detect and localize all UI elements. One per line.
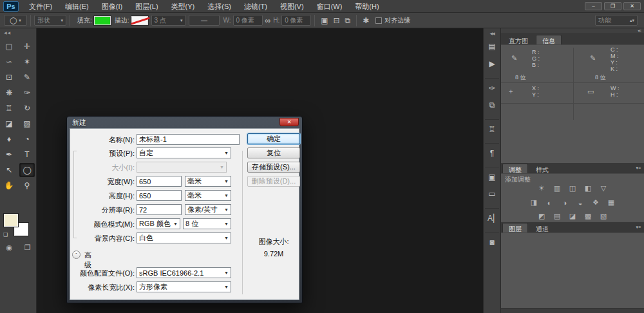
background-contents-select[interactable]: 白色 ▼: [137, 232, 231, 243]
panel-tab[interactable]: 直方图: [502, 35, 535, 44]
blur-tool[interactable]: ♦: [1, 132, 17, 146]
panel-tab[interactable]: 调整: [502, 164, 528, 173]
menu-item[interactable]: 帮助(H): [348, 0, 385, 13]
stroke-type-select[interactable]: —: [189, 15, 220, 26]
ellipse-shape-tool[interactable]: ◯: [19, 163, 35, 177]
pixel-aspect-ratio-select[interactable]: 方形像素 ▼: [137, 281, 231, 292]
menu-item[interactable]: 类型(Y): [165, 0, 202, 13]
hue-saturation-adjustment-icon[interactable]: ◨: [529, 198, 540, 207]
color-mode-select[interactable]: RGB 颜色 ▼: [137, 218, 180, 229]
character-panel-icon[interactable]: A⎢: [485, 208, 499, 225]
panel-header-menu-icon[interactable]: ▾≡: [501, 28, 644, 34]
tool-presets-panel-icon[interactable]: ♖: [485, 119, 499, 136]
default-colors-icon[interactable]: ❏: [3, 232, 8, 238]
curves-adjustment-icon[interactable]: ◫: [567, 184, 578, 193]
tool-mode-select[interactable]: 形状 ▾: [34, 15, 66, 26]
brush-tool[interactable]: ✑: [19, 86, 35, 100]
paragraph-panel-icon[interactable]: ¶: [485, 143, 499, 160]
invert-adjustment-icon[interactable]: ◩: [536, 211, 547, 221]
stroke-color-swatch[interactable]: [131, 16, 148, 25]
panel-tab[interactable]: 样式: [529, 164, 555, 173]
foreground-color-swatch[interactable]: [4, 214, 18, 227]
eraser-tool[interactable]: ◪: [1, 117, 17, 131]
menu-item[interactable]: 编辑(E): [59, 0, 95, 13]
shape-height-input[interactable]: 0 像素: [281, 15, 311, 26]
fill-color-swatch[interactable]: [94, 16, 111, 25]
healing-brush-tool[interactable]: ❋: [1, 86, 17, 100]
shape-width-input[interactable]: 0 像素: [233, 15, 263, 26]
preset-select[interactable]: 自定 ▼: [137, 147, 231, 158]
height-unit-select[interactable]: 毫米 ▼: [185, 190, 231, 201]
magic-wand-tool[interactable]: ✶: [19, 55, 35, 69]
zoom-tool[interactable]: ⚲: [19, 178, 35, 193]
menu-item[interactable]: 图层(L): [129, 0, 164, 13]
panel-menu-icon[interactable]: ▾≡: [636, 166, 641, 171]
vibrance-adjustment-icon[interactable]: ▽: [598, 184, 609, 193]
eyedropper-icon[interactable]: ✎: [590, 54, 596, 62]
threshold-adjustment-icon[interactable]: ◪: [567, 211, 578, 221]
panel-menu-icon[interactable]: ▾≡: [636, 225, 641, 230]
eyedropper-tool[interactable]: ✎: [19, 70, 35, 84]
gear-icon[interactable]: ✱: [363, 16, 369, 25]
width-unit-select[interactable]: 毫米 ▼: [185, 176, 231, 187]
brush-panel-icon[interactable]: ✑: [485, 78, 499, 95]
clone-source-panel-icon[interactable]: ⧉: [485, 98, 499, 112]
dock-collapse-icon[interactable]: ◀◀: [484, 28, 500, 35]
close-button[interactable]: ✕: [623, 2, 641, 10]
menu-item[interactable]: 选择(S): [201, 0, 238, 13]
lasso-tool[interactable]: ∽: [1, 55, 17, 69]
rectangular-marquee-tool[interactable]: ▢: [1, 39, 17, 53]
history-panel-icon[interactable]: ▤: [485, 39, 499, 53]
photo-filter-adjustment-icon[interactable]: ◒: [575, 198, 586, 207]
notes-panel-icon[interactable]: ▭: [485, 187, 499, 201]
history-brush-tool[interactable]: ↻: [19, 101, 35, 115]
clone-stamp-tool[interactable]: ♖: [1, 101, 17, 115]
workspace-switcher[interactable]: 功能 ▴▾: [595, 15, 638, 26]
gradient-tool[interactable]: ▨: [19, 117, 35, 131]
toolbox-collapse-icon[interactable]: ◀◀: [0, 28, 36, 37]
panel-tab[interactable]: 通道: [529, 223, 555, 232]
resolution-unit-select[interactable]: 像素/英寸 ▼: [185, 204, 231, 215]
tool-preset-picker[interactable]: ◯ ▾: [4, 15, 27, 26]
path-selection-tool[interactable]: ↖: [1, 163, 17, 177]
move-tool[interactable]: ✛: [19, 39, 35, 53]
path-alignment-icon[interactable]: ⊟: [334, 16, 340, 25]
crop-tool[interactable]: ⊡: [1, 70, 17, 84]
minimize-button[interactable]: –: [585, 2, 602, 10]
dialog-close-button[interactable]: ✕: [279, 118, 299, 126]
actions-panel-icon[interactable]: ▶: [485, 57, 499, 71]
posterize-adjustment-icon[interactable]: ▤: [552, 211, 563, 221]
selective-color-adjustment-icon[interactable]: ▧: [598, 211, 609, 221]
save-preset-button[interactable]: 存储预设(S)...: [247, 162, 300, 173]
menu-item[interactable]: 滤镜(T): [238, 0, 274, 13]
menu-item[interactable]: 图像(I): [95, 0, 129, 13]
channel-mixer-adjustment-icon[interactable]: ❖: [591, 198, 601, 207]
align-edges-checkbox[interactable]: [375, 17, 382, 24]
panel-tab[interactable]: 信息: [536, 35, 562, 44]
bit-depth-select[interactable]: 8 位 ▼: [183, 218, 231, 229]
color-lookup-adjustment-icon[interactable]: ▦: [606, 198, 617, 207]
menu-item[interactable]: 窗口(W): [310, 0, 349, 13]
advanced-collapse-button[interactable]: ˆ: [72, 251, 80, 259]
color-balance-adjustment-icon[interactable]: ◐: [544, 198, 555, 207]
height-input[interactable]: [137, 190, 182, 201]
quick-mask-icon[interactable]: ◉: [6, 243, 12, 252]
levels-adjustment-icon[interactable]: ▥: [552, 184, 563, 193]
black-white-adjustment-icon[interactable]: ◑: [560, 198, 571, 207]
resolution-input[interactable]: [137, 204, 182, 215]
path-operations-icon[interactable]: ▣: [321, 16, 328, 25]
gradient-map-adjustment-icon[interactable]: ▩: [583, 211, 594, 221]
type-tool[interactable]: T: [19, 147, 35, 162]
color-profile-select[interactable]: sRGB IEC61966-2.1 ▼: [137, 267, 231, 278]
width-input[interactable]: [137, 176, 182, 187]
properties-panel-icon[interactable]: ▣: [485, 167, 499, 184]
mini-bridge-panel-icon[interactable]: ◙: [485, 232, 499, 249]
dodge-tool[interactable]: ◔: [19, 132, 35, 146]
exposure-adjustment-icon[interactable]: ◧: [583, 184, 594, 193]
name-input[interactable]: [137, 134, 240, 145]
path-arrangement-icon[interactable]: ⧉: [345, 16, 351, 25]
ok-button[interactable]: 确定: [247, 133, 300, 144]
maximize-button[interactable]: ❐: [604, 2, 621, 10]
brightness-contrast-adjustment-icon[interactable]: ☀: [536, 184, 547, 193]
hand-tool[interactable]: ✋: [1, 178, 17, 193]
